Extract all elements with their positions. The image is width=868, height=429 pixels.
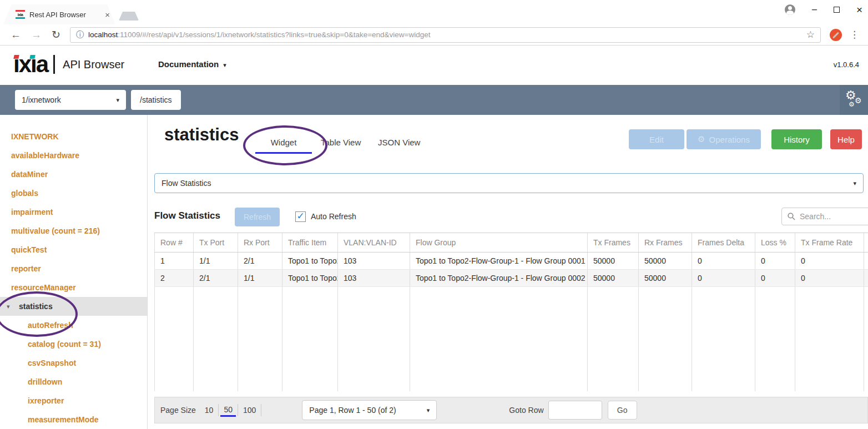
extension-icon[interactable] (830, 29, 842, 41)
url-text[interactable]: localhost:11009/#/rest/api/v1/sessions/1… (88, 31, 802, 39)
browser-tab[interactable]: ixia Rest API Browser × (3, 4, 115, 24)
col-header[interactable]: Tx Port (194, 233, 238, 253)
help-button[interactable]: Help (830, 129, 862, 149)
sidebar-item-ixnetwork[interactable]: IXNETWORK (0, 127, 147, 146)
divider (238, 404, 238, 416)
col-header[interactable]: Frames Delta (692, 233, 755, 253)
tree-expand-icon[interactable]: ▾ (7, 297, 10, 316)
sidebar-item-ixreporter[interactable]: ixreporter (0, 391, 147, 410)
back-icon[interactable]: ← (11, 29, 21, 40)
col-header[interactable]: Loss % (755, 233, 795, 253)
session-select-value: 1/ixnetwork (22, 95, 61, 104)
sidebar-item-statistics[interactable]: ▾ statistics (0, 297, 147, 316)
cell: 50000 (639, 253, 692, 270)
session-select[interactable]: 1/ixnetwork ▾ (15, 90, 126, 110)
cell: 1/1 (238, 270, 282, 287)
cell: 50000 (639, 270, 692, 287)
new-tab-button[interactable] (119, 12, 139, 21)
col-header[interactable]: Rx Port (238, 233, 282, 253)
cell: 0 (864, 253, 868, 270)
browser-tabstrip: ixia Rest API Browser × – × (0, 0, 868, 24)
url-bar[interactable]: ⓘ localhost:11009/#/rest/api/v1/sessions… (70, 27, 821, 43)
settings-gears-button[interactable]: ⚙ ⚙ ⚙ (840, 85, 868, 115)
table-row[interactable]: 2 2/1 1/1 Topo1 to Topo2 103 Topo1 to To… (155, 270, 868, 287)
page-select[interactable]: Page 1, Row 1 - 50 (of 2) ▾ (302, 400, 437, 420)
cell: 0 (795, 270, 864, 287)
tab-json-view[interactable]: JSON View (378, 132, 420, 154)
path-button[interactable]: /statistics (131, 90, 181, 110)
col-header[interactable]: Row # (155, 233, 194, 253)
sidebar-item-resourcemanager[interactable]: resourceManager (0, 278, 147, 297)
cell: 2/1 (238, 253, 282, 270)
operations-button[interactable]: ⚙ Operations (687, 129, 761, 149)
sidebar-item-autorefresh[interactable]: autoRefresh (0, 316, 147, 335)
cell: 0 (755, 253, 795, 270)
url-path: :11009/#/rest/api/v1/sessions/1/ixnetwor… (118, 31, 430, 39)
cell: 0 (692, 253, 755, 270)
cell: 0 (795, 253, 864, 270)
sidebar-item-impairment[interactable]: impairment (0, 203, 147, 221)
cell: 0 (692, 270, 755, 287)
sidebar-item-quicktest[interactable]: quickTest (0, 240, 147, 259)
sidebar-item-availablehardware[interactable]: availableHardware (0, 146, 147, 165)
window-controls: – × (785, 2, 862, 17)
profile-icon[interactable] (785, 4, 795, 15)
sidebar-item-dataminer[interactable]: dataMiner (0, 165, 147, 184)
app-window: ixia Rest API Browser × – × ← → ↻ ⓘ loca… (0, 0, 868, 429)
forward-icon[interactable]: → (31, 29, 42, 40)
logo-separator (53, 55, 55, 74)
search-input[interactable] (800, 212, 855, 221)
sidebar-item-measurementmode[interactable]: measurementMode (0, 410, 147, 429)
col-header[interactable]: Rx Frames (639, 233, 692, 253)
sidebar-item-globals[interactable]: globals (0, 184, 147, 203)
page-size-label: Page Size (160, 406, 196, 415)
chevron-down-icon: ▾ (116, 97, 119, 104)
table-row[interactable]: 1 1/1 2/1 Topo1 to Topo2 103 Topo1 to To… (155, 253, 868, 270)
bookmark-star-icon[interactable]: ☆ (806, 29, 815, 41)
statistics-view-select[interactable]: Flow Statistics ▾ (154, 173, 864, 193)
sidebar-item-reporter[interactable]: reporter (0, 259, 147, 278)
refresh-icon[interactable]: ↻ (52, 29, 60, 40)
documentation-menu[interactable]: Documentation ▾ (158, 59, 226, 69)
sidebar-tree: IXNETWORK availableHardware dataMiner gl… (0, 115, 148, 429)
operations-label: Operations (709, 135, 750, 144)
col-header[interactable]: VLAN:VLAN-ID (338, 233, 410, 253)
col-header[interactable]: Tx Frames (588, 233, 639, 253)
page-size-10[interactable]: 10 (201, 405, 217, 416)
auto-refresh-checkbox[interactable]: ✓ (295, 211, 306, 222)
tab-table-view[interactable]: Table View (321, 132, 361, 154)
divider (261, 404, 261, 416)
close-window-icon[interactable]: × (856, 4, 862, 15)
sidebar-item-multivalue[interactable]: multivalue (count = 216) (0, 221, 147, 240)
go-button[interactable]: Go (608, 401, 637, 420)
tab-close-icon[interactable]: × (105, 10, 110, 19)
col-header[interactable]: Traffic Item (282, 233, 338, 253)
search-box[interactable] (781, 208, 868, 225)
sidebar-item-drilldown[interactable]: drilldown (0, 372, 147, 391)
edit-button[interactable]: Edit (629, 129, 684, 149)
info-icon[interactable]: ⓘ (76, 30, 84, 40)
col-header[interactable]: Tx Frame Rate (795, 233, 864, 253)
sidebar-item-catalog[interactable]: catalog (count = 31) (0, 335, 147, 354)
session-navbar: 1/ixnetwork ▾ /statistics ⚙ ⚙ ⚙ (0, 85, 868, 115)
sidebar-item-csvsnapshot[interactable]: csvSnapshot (0, 354, 147, 372)
tab-widget[interactable]: Widget (255, 132, 312, 154)
history-button[interactable]: History (771, 129, 822, 149)
pagination-footer: Page Size 10 50 100 Page 1, Row 1 - 50 (… (154, 397, 868, 423)
flow-statistics-title: Flow Statistics (154, 210, 220, 221)
cell: 103 (338, 253, 410, 270)
page-size-100[interactable]: 100 (240, 405, 259, 416)
logo-teal-accent (29, 55, 35, 59)
version-label: v1.0.6.4 (834, 60, 859, 69)
cell: 1/1 (194, 253, 238, 270)
page-size-50[interactable]: 50 (220, 404, 236, 417)
minimize-icon[interactable]: – (812, 5, 817, 14)
browser-menu-icon[interactable]: ⋮ (850, 29, 859, 41)
cell: Topo1 to Topo2 (282, 270, 338, 287)
col-header[interactable]: Rx Frame Rate (864, 233, 868, 253)
refresh-button[interactable]: Refresh (235, 208, 280, 226)
col-header[interactable]: Flow Group (410, 233, 588, 253)
cell: 1 (155, 253, 194, 270)
maximize-icon[interactable] (834, 7, 840, 13)
goto-row-input[interactable] (548, 401, 602, 420)
